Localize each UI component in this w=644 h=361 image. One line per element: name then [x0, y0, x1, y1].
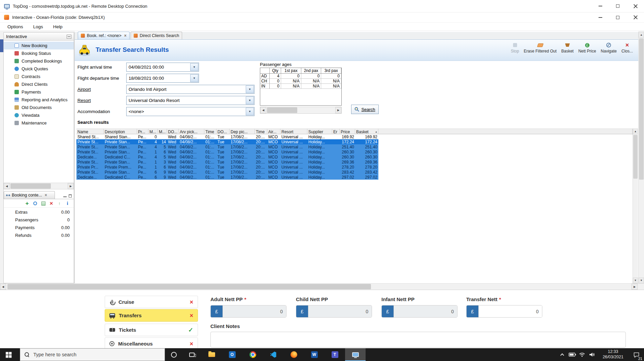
maximize-view-icon[interactable]	[69, 194, 72, 197]
transfer-nett-input[interactable]: 0	[479, 305, 542, 317]
sidebar-item-maintenance[interactable]: Maintenance	[4, 119, 74, 127]
column-header-resort[interactable]: Resort	[280, 129, 307, 135]
minimize-view-icon[interactable]	[63, 194, 67, 197]
result-row[interactable]: Dedicate...Dedicated C...Pe...45Wed04/08…	[76, 154, 378, 159]
search-button[interactable]: Search	[351, 105, 379, 114]
results-vertical-scrollbar[interactable]: ▲ ▼	[633, 129, 638, 283]
toolbar-stop[interactable]: Stop	[511, 42, 519, 53]
taskbar-app-outlook[interactable]	[222, 348, 242, 361]
taskbar-app-visual-studio-code[interactable]	[263, 348, 283, 361]
sidebar-item-reporting-and-analytics[interactable]: Reporting and Analytics	[4, 96, 74, 104]
chevron-down-icon[interactable]: ▼	[246, 85, 254, 93]
booking-toolbar-upload-icon[interactable]	[57, 201, 62, 206]
flight-arrival-time-combobox[interactable]: 04/08/2021 00:00▼	[126, 63, 199, 72]
scroll-track[interactable]	[633, 134, 638, 278]
fast-view-bar[interactable]	[0, 39, 3, 52]
sidebar-item-new-booking[interactable]: New Booking	[4, 42, 74, 49]
sidebar-item-quick-quotes[interactable]: Quick Quotes	[4, 65, 74, 73]
result-row[interactable]: Private St...Private Stan...Pe...13Wed04…	[76, 159, 378, 165]
column-header-name[interactable]: Name	[76, 129, 104, 135]
result-row[interactable]: Private Pr...Private Prem...Pe...16Wed04…	[76, 165, 378, 170]
volume-button[interactable]	[587, 348, 598, 361]
scroll-down-icon[interactable]: ▼	[639, 278, 644, 283]
scroll-left-icon[interactable]: ◀	[260, 107, 266, 113]
section-transfers[interactable]: Transfers×	[105, 309, 198, 322]
column-header-m[interactable]: M...	[148, 129, 158, 135]
column-header-er[interactable]: Er	[332, 129, 340, 135]
column-header-arv-pick[interactable]: Arv pick...	[179, 129, 204, 135]
flight-departure-time-combobox[interactable]: 18/08/2021 00:00▼	[126, 74, 199, 83]
booking-toolbar-delete-icon[interactable]	[48, 201, 54, 206]
column-header-time[interactable]: Time	[204, 129, 216, 135]
booking-toolbar-add-icon[interactable]	[24, 201, 30, 206]
column-header-pr[interactable]: Pr...	[137, 129, 148, 135]
toolbar-clos[interactable]: Clos...	[621, 42, 633, 53]
task-view-button[interactable]	[182, 348, 201, 361]
scroll-thumb[interactable]	[639, 38, 644, 180]
scroll-up-icon[interactable]: ▲	[633, 129, 638, 134]
result-row[interactable]: Dedicate...Dedicated C...Pe...69Wed04/08…	[76, 175, 378, 180]
network-button[interactable]	[577, 348, 587, 361]
sidebar-item-viewdata[interactable]: Viewdata	[4, 111, 74, 119]
tab-close-icon[interactable]: ×	[124, 34, 127, 37]
column-header-air[interactable]: Air...	[267, 129, 280, 135]
cortana-button[interactable]	[165, 348, 182, 361]
taskbar-app-remote-desktop[interactable]	[345, 348, 366, 361]
scroll-thumb[interactable]	[10, 183, 51, 189]
sidebar-item-payments[interactable]: Payments	[4, 88, 74, 96]
tray-chevron-button[interactable]	[557, 348, 567, 361]
scroll-right-icon[interactable]: ▶	[68, 183, 74, 189]
sidebar-item-direct-clients[interactable]: Direct Clients	[4, 80, 74, 88]
result-row[interactable]: Private St...Private Stan...Pe...45Wed04…	[76, 144, 378, 149]
sidebar-item-booking-status[interactable]: Booking Status	[4, 49, 74, 57]
scroll-left-icon[interactable]: ◀	[0, 284, 6, 290]
chevron-down-icon[interactable]: ▼	[190, 74, 198, 82]
taskbar-app-file-explorer[interactable]	[201, 348, 222, 361]
scroll-right-icon[interactable]: ▶	[632, 284, 638, 290]
section-cruise[interactable]: Cruise×	[105, 296, 198, 308]
sidebar-item-old-documents[interactable]: Old Documents	[4, 104, 74, 111]
minimize-button[interactable]	[591, 0, 609, 12]
column-header-time[interactable]: Time	[255, 129, 267, 135]
toolbar-nett-price[interactable]: Nett Price	[578, 42, 596, 53]
column-header-description[interactable]: Description	[104, 129, 137, 135]
column-header-m[interactable]: M...	[158, 129, 167, 135]
taskbar-app-firefox[interactable]	[283, 348, 304, 361]
tab-direct-clients-search[interactable]: Direct Clients Search	[131, 32, 182, 39]
main-vertical-scrollbar[interactable]: ▲ ▼	[638, 32, 644, 283]
scroll-left-icon[interactable]: ◀	[4, 183, 10, 189]
scroll-up-icon[interactable]: ▲	[639, 32, 644, 38]
chevron-down-icon[interactable]: ▼	[190, 63, 198, 71]
booking-toolbar-clock-icon[interactable]	[32, 201, 38, 206]
result-row[interactable]: Private St...Private Stan...Pe...69Wed04…	[76, 170, 378, 175]
child-nett-pp-input[interactable]: 0	[308, 305, 372, 317]
accommodation-combobox[interactable]: <none>▼	[126, 107, 255, 116]
column-header-dep-pic[interactable]: Dep pic...	[230, 129, 255, 135]
toolbar-basket[interactable]: Basket	[561, 42, 574, 53]
close-panel-icon[interactable]: ×	[45, 193, 47, 197]
toolbar-erase-filtered-out[interactable]: Erase Filtered Out	[524, 42, 556, 53]
scroll-down-icon[interactable]: ▼	[633, 278, 638, 283]
resort-combobox[interactable]: Universal Orlando Resort▼	[126, 96, 255, 105]
scroll-track[interactable]	[266, 107, 335, 113]
scroll-track[interactable]	[639, 38, 644, 278]
passenger-ages-table[interactable]: Qty1st pax2nd pax3rd paxAD4000CH0N/AN/AN…	[260, 68, 342, 106]
taskbar-app-teams[interactable]	[325, 348, 345, 361]
booking-content-tab[interactable]: Booking conte... ×	[4, 191, 55, 199]
menu-options[interactable]: Options	[6, 24, 25, 30]
scroll-thumb[interactable]	[267, 107, 297, 113]
infant-nett-pp-input[interactable]: 0	[394, 305, 457, 317]
sidebar-item-completed-bookings[interactable]: Completed Bookings	[4, 57, 74, 65]
scroll-track[interactable]	[10, 183, 68, 189]
taskbar-app-chrome[interactable]	[242, 348, 263, 361]
menu-logs[interactable]: Logs	[32, 24, 44, 30]
column-header-do[interactable]: DO...	[216, 129, 230, 135]
minimize-button[interactable]	[591, 12, 609, 22]
close-button[interactable]	[626, 12, 644, 22]
battery-button[interactable]	[567, 348, 577, 361]
chevron-down-icon[interactable]: ▼	[246, 108, 254, 115]
chevron-down-icon[interactable]: ▼	[246, 97, 254, 104]
result-row[interactable]: Private St...Private Stan...Pe...414Wed0…	[76, 139, 378, 144]
scroll-thumb[interactable]	[633, 135, 638, 179]
toolbar-navigate[interactable]: Navigate	[601, 42, 617, 53]
